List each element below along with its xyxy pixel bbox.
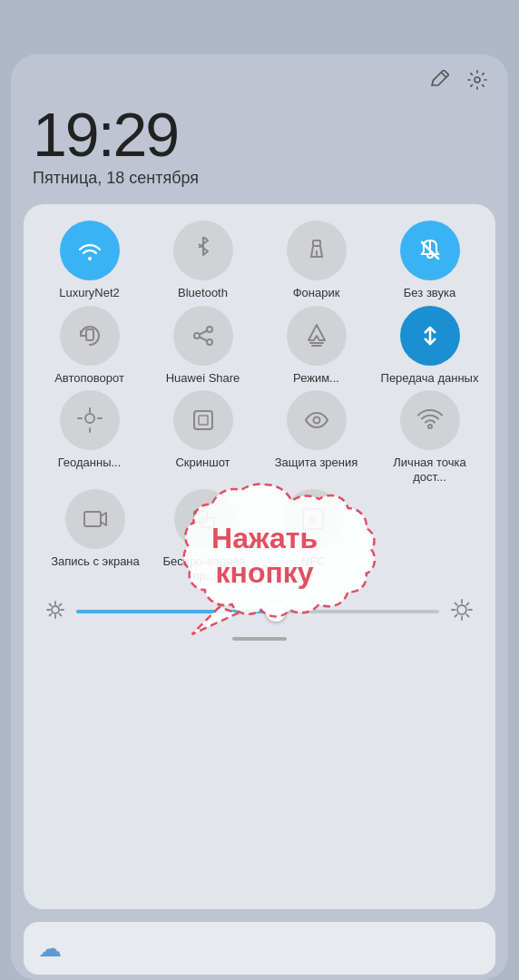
eyeprotect-label: Защита зрения [275, 456, 358, 470]
tile-rotate: Автоповорот [40, 306, 140, 386]
tile-airplane: Режим... [267, 306, 367, 386]
svg-point-13 [85, 414, 94, 423]
screenrecord-button[interactable] [65, 489, 125, 549]
tile-wifi: LuxuryNet2 [40, 220, 140, 300]
date-display: Пятница, 18 сентября [33, 169, 486, 188]
tile-screenshot: Скриншот [153, 390, 253, 484]
svg-line-8 [200, 330, 207, 334]
wifi-button[interactable] [60, 220, 120, 280]
data-label: Передача данных [381, 371, 479, 386]
geo-button[interactable] [60, 390, 120, 450]
brightness-thumb[interactable] [266, 602, 286, 622]
share-label: Huawei Share [166, 371, 240, 386]
nav-indicator [33, 630, 486, 644]
tile-share: Huawei Share [153, 306, 253, 386]
control-center: LuxuryNet2 Bluetooth [24, 204, 495, 909]
svg-line-30 [59, 613, 61, 615]
nav-bar [232, 637, 287, 641]
tile-wireless: Беспро-водная пр... [154, 489, 254, 583]
silent-button[interactable] [400, 220, 460, 280]
hotspot-button[interactable] [400, 390, 460, 450]
bluetooth-label: Bluetooth [178, 286, 228, 300]
airplane-label: Режим... [293, 371, 339, 386]
share-button[interactable] [173, 306, 233, 366]
nfc-label: NFC [301, 554, 326, 569]
rotate-button[interactable] [60, 306, 120, 366]
svg-line-39 [466, 614, 468, 616]
tile-bluetooth: Bluetooth [153, 220, 253, 300]
svg-line-32 [50, 613, 52, 615]
svg-rect-1 [313, 240, 320, 246]
tile-silent: Без звука [380, 220, 480, 300]
svg-point-0 [475, 77, 480, 83]
tile-hotspot: Личная точка дост... [380, 390, 480, 484]
svg-point-24 [52, 606, 59, 613]
airplane-button[interactable] [287, 306, 347, 366]
svg-rect-4 [86, 329, 93, 340]
svg-line-29 [50, 603, 52, 605]
tiles-row-1: LuxuryNet2 Bluetooth [33, 220, 486, 300]
hotspot-label: Личная точка дост... [380, 456, 480, 484]
tiles-row-3: Геоданны... Скриншот [33, 390, 486, 484]
svg-point-33 [457, 605, 466, 614]
flashlight-label: Фонарик [293, 286, 340, 300]
tile-geo: Геоданны... [40, 390, 140, 484]
wifi-label: LuxuryNet2 [59, 286, 119, 300]
svg-rect-18 [84, 512, 101, 526]
weather-icon: ☁ [38, 935, 62, 963]
svg-line-31 [59, 603, 61, 605]
silent-label: Без звука [404, 286, 455, 300]
tile-flashlight: Фонарик [267, 220, 367, 300]
data-button[interactable] [400, 306, 460, 366]
svg-line-38 [455, 603, 457, 604]
tiles-row-2: Автоповорот Huawei Share [33, 306, 486, 386]
tile-eyeprotect: Защита зрения [267, 390, 367, 484]
svg-line-9 [200, 337, 207, 340]
bluetooth-button[interactable] [173, 220, 233, 280]
settings-icon[interactable] [465, 67, 490, 93]
nfc-button[interactable]: N [283, 489, 343, 549]
screenshot-button[interactable] [173, 390, 233, 450]
flashlight-button[interactable] [287, 220, 347, 280]
brightness-high-icon [450, 598, 474, 626]
svg-point-6 [207, 327, 212, 332]
svg-rect-15 [199, 416, 208, 425]
bottom-bar: ☁ [24, 922, 495, 975]
screenrecord-label: Запись с экрана [51, 554, 140, 569]
tile-data: Передача данных [380, 306, 480, 386]
screenshot-label: Скриншот [175, 456, 230, 470]
svg-point-17 [428, 425, 432, 428]
svg-text:N: N [309, 514, 317, 525]
svg-point-7 [207, 339, 212, 345]
svg-rect-14 [194, 411, 212, 429]
brightness-fill [76, 610, 276, 613]
brightness-row [33, 589, 486, 630]
brightness-slider[interactable] [76, 610, 439, 613]
brightness-low-icon [45, 600, 65, 624]
svg-point-5 [194, 333, 200, 338]
edit-icon[interactable] [426, 67, 452, 93]
top-bar [11, 54, 508, 96]
svg-point-16 [313, 417, 319, 424]
phone-panel: 19:29 Пятница, 18 сентября LuxuryNet2 [11, 54, 508, 980]
svg-line-40 [466, 603, 468, 604]
time-display: 19:29 [33, 103, 486, 165]
tiles-row-4: Запись с экрана Беспро-водная пр... [33, 489, 486, 583]
rotate-label: Автоповорот [54, 371, 124, 386]
geo-label: Геоданны... [58, 456, 122, 470]
eyeprotect-button[interactable] [287, 390, 347, 450]
tile-nfc: N NFC [263, 489, 363, 583]
wireless-label: Беспро-водная пр... [154, 554, 254, 583]
wireless-button[interactable] [174, 489, 234, 549]
time-section: 19:29 Пятница, 18 сентября [11, 96, 508, 197]
svg-line-41 [455, 614, 457, 616]
tile-screenrecord: Запись с экрана [45, 489, 145, 583]
